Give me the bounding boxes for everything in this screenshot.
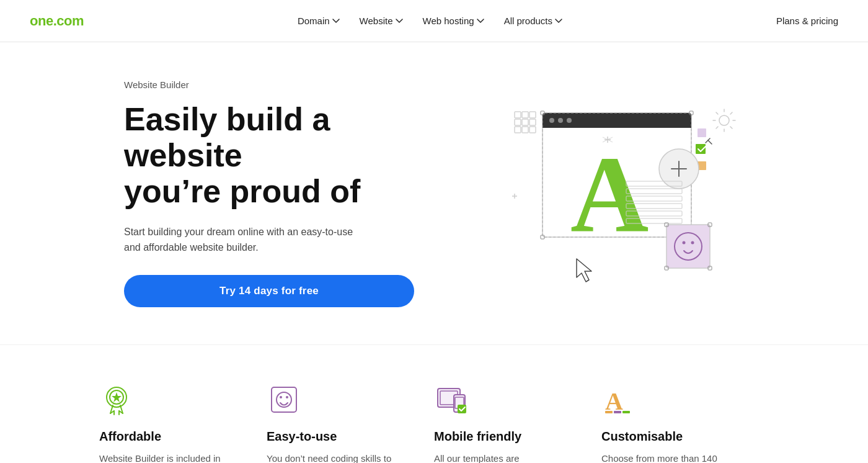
hero-illustration: A xyxy=(508,94,744,293)
svg-point-47 xyxy=(691,241,694,244)
chevron-down-icon xyxy=(332,17,340,25)
feature-mobile-desc: All our templates are responsive and loo… xyxy=(434,451,564,463)
nav-links: Domain Website Web hosting All products xyxy=(298,16,562,26)
hero-illustration-svg: A xyxy=(508,94,744,293)
svg-rect-8 xyxy=(529,127,536,133)
svg-rect-78 xyxy=(605,411,613,413)
feature-custom-title: Customisable xyxy=(601,429,750,444)
svg-line-21 xyxy=(708,140,712,144)
feature-custom-desc: Choose from more than 140 customisable t… xyxy=(601,451,732,463)
svg-marker-61 xyxy=(112,392,122,402)
svg-rect-7 xyxy=(522,127,528,133)
svg-rect-5 xyxy=(529,119,536,125)
hero-subtitle: Start building your dream online with an… xyxy=(124,225,360,256)
feature-easy-title: Easy-to-use xyxy=(267,429,415,444)
mobile-friendly-icon xyxy=(434,382,469,417)
features-section: Affordable Website Builder is included i… xyxy=(0,344,868,463)
logo-text: one.com xyxy=(30,13,84,29)
svg-line-14 xyxy=(716,112,718,114)
nav-website[interactable]: Website xyxy=(360,16,403,26)
feature-customisable: A Customisable Choose from more than 140… xyxy=(601,382,769,463)
svg-point-28 xyxy=(567,118,572,123)
svg-point-27 xyxy=(558,118,563,123)
chevron-down-icon xyxy=(555,17,562,25)
nav-all-products[interactable]: All products xyxy=(504,16,562,26)
navbar: one.com Domain Website Web hosting All p… xyxy=(0,0,868,42)
svg-rect-1 xyxy=(522,112,528,118)
svg-line-16 xyxy=(730,112,732,114)
svg-marker-52 xyxy=(577,259,591,282)
svg-rect-25 xyxy=(542,120,691,128)
svg-point-70 xyxy=(280,396,282,398)
svg-rect-19 xyxy=(696,144,706,154)
svg-rect-44 xyxy=(666,225,710,268)
hero-section: Website Builder Easily build a website y… xyxy=(0,42,868,344)
svg-point-71 xyxy=(286,396,288,398)
feature-affordable-desc: Website Builder is included in all of ou… xyxy=(99,451,229,463)
hero-eyebrow: Website Builder xyxy=(124,79,422,90)
chevron-down-icon xyxy=(477,17,484,25)
svg-rect-6 xyxy=(515,127,521,133)
affordable-icon xyxy=(99,382,134,417)
feature-mobile-title: Mobile friendly xyxy=(434,429,583,444)
feature-easy-desc: You don’t need coding skills to create a… xyxy=(267,451,397,463)
svg-rect-2 xyxy=(529,112,536,118)
easy-to-use-icon xyxy=(267,382,301,417)
svg-text:A: A xyxy=(570,134,649,254)
nav-web-hosting[interactable]: Web hosting xyxy=(423,16,484,26)
svg-line-17 xyxy=(716,127,718,128)
plans-pricing-link[interactable]: Plans & pricing xyxy=(776,16,838,26)
svg-point-9 xyxy=(719,115,729,125)
hero-title: Easily build a website you’re proud of xyxy=(124,101,422,210)
chevron-down-icon xyxy=(396,17,403,25)
cta-button[interactable]: Try 14 days for free xyxy=(124,275,414,307)
svg-rect-4 xyxy=(522,119,528,125)
feature-affordable: Affordable Website Builder is included i… xyxy=(99,382,267,463)
svg-point-26 xyxy=(549,118,554,123)
logo[interactable]: one.com xyxy=(30,13,84,29)
svg-point-46 xyxy=(683,241,686,244)
svg-rect-80 xyxy=(622,411,630,413)
feature-mobile-friendly: Mobile friendly All our templates are re… xyxy=(434,382,601,463)
customisable-icon: A xyxy=(601,382,636,417)
hero-content: Website Builder Easily build a website y… xyxy=(124,79,422,307)
nav-domain[interactable]: Domain xyxy=(298,16,340,26)
svg-rect-3 xyxy=(515,119,521,125)
feature-easy-to-use: Easy-to-use You don’t need coding skills… xyxy=(267,382,434,463)
feature-affordable-title: Affordable xyxy=(99,429,248,444)
svg-line-15 xyxy=(730,127,732,128)
svg-rect-79 xyxy=(614,411,621,413)
svg-rect-0 xyxy=(515,112,521,118)
svg-rect-68 xyxy=(272,387,296,412)
svg-rect-18 xyxy=(698,128,706,137)
